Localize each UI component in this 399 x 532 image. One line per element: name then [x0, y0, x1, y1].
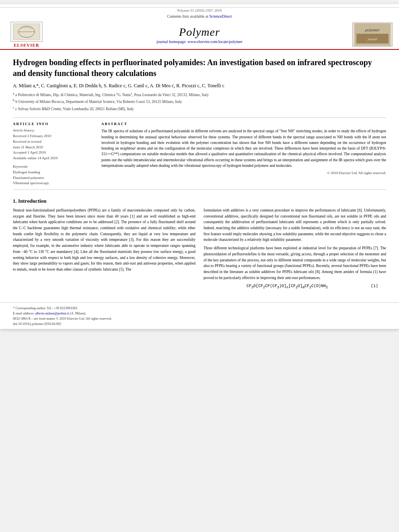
authors-line: A. Milani a,*, C. Castiglioni a, E. Di D… — [13, 83, 386, 89]
copyright-line: © 2010 Elsevier Ltd. All rights reserved… — [101, 171, 386, 175]
divider-2 — [13, 189, 386, 190]
info-abstract-columns: ARTICLE INFO Article history: Received 2… — [13, 122, 386, 186]
keyword-1: Hydrogen bonding — [13, 170, 93, 175]
intro-columns: Neutral non-functionalized perfluoropoly… — [13, 207, 386, 293]
intro-right-text: formulation with additives is a very com… — [204, 207, 386, 281]
accepted-date: Accepted 1 April 2010 — [13, 150, 93, 155]
doi-note: doi:10.1016/j.polymer.2010.04.002 — [13, 322, 386, 326]
article-body: Hydrogen bonding effects in perfluorinat… — [0, 50, 399, 302]
abstract-heading: ABSTRACT — [101, 122, 386, 126]
affiliations: a a Politecnico di Milano, Dip. di Chimi… — [13, 91, 386, 112]
svg-text:polymer: polymer — [365, 27, 380, 32]
email-note: E-mail address: alberto.milani@polimi.it… — [13, 311, 386, 315]
sciencedirect-link[interactable]: ScienceDirect — [209, 14, 232, 18]
email-person: (A. Milani). — [70, 311, 86, 315]
journal-homepage-link[interactable]: journal homepage: www.elsevier.com/locat… — [156, 39, 243, 44]
sciencedirect-label: Contents lists available at — [167, 14, 208, 18]
citation-text: Polymer 51 (2010) 2597–2610 — [177, 8, 222, 12]
article-info-heading: ARTICLE INFO — [13, 122, 93, 126]
received-date: Received 2 February 2010 — [13, 134, 93, 139]
affiliation-2: b b University of Milano Bicocca, Depart… — [13, 98, 386, 105]
article-page: Polymer 51 (2010) 2597–2610 Contents lis… — [0, 4, 399, 329]
formula-number: (1) — [371, 284, 378, 288]
elsevier-text: ELSEVIER — [14, 43, 39, 47]
abstract-text: The IR spectra of solutions of a perfluo… — [101, 128, 386, 168]
svg-text:journal: journal — [367, 37, 377, 41]
intro-right-column: formulation with additives is a very com… — [204, 207, 386, 293]
introduction-section: 1. Introduction Neutral non-functionaliz… — [13, 198, 386, 293]
form-date: form 31 March 2010 — [13, 145, 93, 150]
abstract-column: ABSTRACT The IR spectra of solutions of … — [101, 122, 386, 186]
polymer-logo-box: polymer journal — [352, 23, 393, 47]
email-link[interactable]: alberto.milani@polimi.it — [35, 311, 69, 315]
received-revised-label: Received in revised — [13, 139, 93, 144]
journal-header: Polymer 51 (2010) 2597–2610 Contents lis… — [0, 4, 399, 50]
affiliation-1: a a Politecnico di Milano, Dip. di Chimi… — [13, 91, 386, 98]
elsevier-logo: ELSEVIER — [6, 22, 47, 47]
email-label: E-mail address: — [13, 311, 34, 315]
article-history-label: Article history: — [13, 128, 93, 132]
corresponding-text: * Corresponding author. Tel.: +39 022399… — [13, 306, 78, 310]
article-title: Hydrogen bonding effects in perfluorinat… — [13, 57, 386, 79]
chemical-formula: CF3O[CF2CF(CF3)O]n[CF2O]mCF2C(O)NH2 (1) — [204, 284, 386, 290]
article-info-column: ARTICLE INFO Article history: Received 2… — [13, 122, 93, 186]
keyword-2: Fluorinated polymers — [13, 175, 93, 181]
divider-1 — [13, 117, 386, 118]
page-footer: * Corresponding author. Tel.: +39 022399… — [0, 302, 399, 329]
journal-center: Polymer journal homepage: www.elsevier.c… — [47, 26, 352, 44]
journal-name: Polymer — [47, 26, 352, 39]
intro-heading: 1. Introduction — [13, 198, 386, 204]
keyword-3: Vibrational spectroscopy — [13, 181, 93, 186]
keywords-section: Keywords: Hydrogen bonding Fluorinated p… — [13, 164, 93, 186]
issn-note: 0032-3861/$ – see front matter © 2010 El… — [13, 316, 386, 320]
citation-bar: Polymer 51 (2010) 2597–2610 — [0, 7, 399, 13]
keywords-label: Keywords: — [13, 164, 93, 168]
journal-title-row: ELSEVIER Polymer journal homepage: www.e… — [0, 20, 399, 49]
journal-homepage: journal homepage: www.elsevier.com/locat… — [47, 39, 352, 44]
available-date: Available online 14 April 2010 — [13, 156, 93, 161]
intro-left-text: Neutral non-functionalized perfluoropoly… — [13, 207, 195, 273]
corresponding-author-note: * Corresponding author. Tel.: +39 022399… — [13, 306, 386, 310]
intro-left-column: Neutral non-functionalized perfluoropoly… — [13, 207, 195, 293]
authors-text: A. Milani a,*, C. Castiglioni a, E. Di D… — [13, 83, 224, 88]
affiliation-3: c c Solvay Solexis R&D Center, Viale Lom… — [13, 105, 386, 112]
journal-info-bar: Contents lists available at ScienceDirec… — [0, 13, 399, 20]
elsevier-logo-box — [10, 22, 43, 42]
